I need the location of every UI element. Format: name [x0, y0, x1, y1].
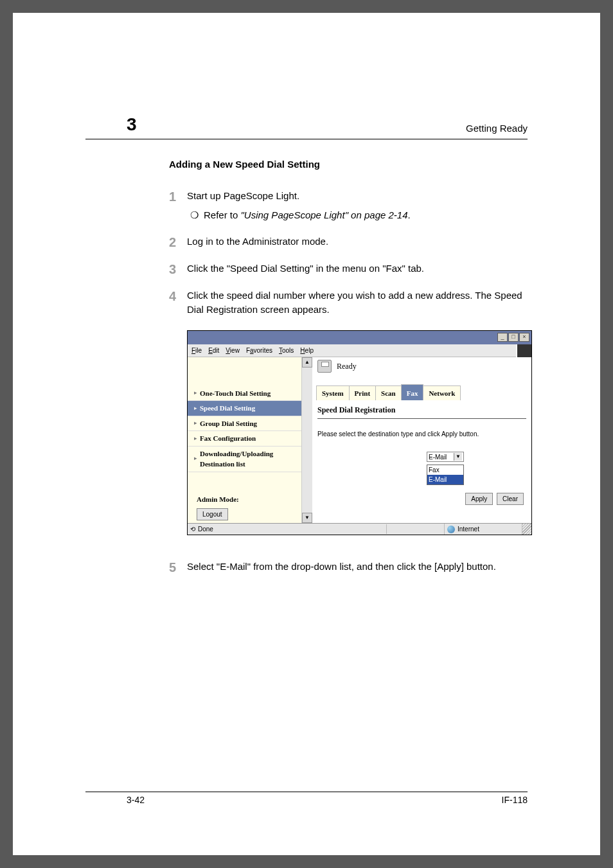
tab-fax[interactable]: Fax [401, 384, 424, 401]
sidebar-label: One-Touch Dial Setting [200, 388, 271, 399]
maximize-button[interactable]: □ [508, 333, 519, 342]
chapter-number: 3 [127, 114, 137, 136]
chevron-down-icon: ▼ [454, 453, 462, 461]
browser-menubar: File Edit View Favorites Tools Help [188, 344, 516, 357]
step-number: 5 [169, 560, 187, 575]
step-number: 4 [169, 288, 187, 317]
sidebar-item-fax-config[interactable]: ▸ Fax Configuration [188, 431, 301, 447]
content-area: Adding a New Speed Dial Setting 1 Start … [169, 157, 528, 575]
destination-type-options[interactable]: Fax E-Mail [427, 465, 464, 485]
main-panel: Ready System Print Scan Fax Network Spee… [312, 357, 531, 524]
header-title: Getting Ready [466, 123, 528, 136]
step-text: Click the "Speed Dial Setting" in the me… [187, 261, 528, 277]
admin-mode-label: Admin Mode: [197, 494, 301, 505]
sidebar-label: Downloading/Uploading Destination list [200, 448, 273, 470]
section-heading: Adding a New Speed Dial Setting [169, 157, 528, 172]
embedded-screenshot: _ □ × File Edit View Favorites Tools Hel… [187, 330, 532, 536]
menu-file[interactable]: File [191, 346, 202, 355]
arrow-icon: ▸ [194, 389, 200, 398]
logout-button[interactable]: Logout [197, 508, 228, 520]
printer-status: Ready [312, 357, 531, 375]
menu-tools[interactable]: Tools [279, 346, 294, 355]
sidebar-scrollbar[interactable]: ▲ ▼ [302, 357, 312, 524]
footer-doc-id: IF-118 [502, 795, 528, 805]
footer-page-number: 3-42 [127, 795, 145, 805]
step-text: Click the speed dial number where you wi… [187, 288, 528, 317]
step-1: 1 Start up PageScope Light. ❍ Refer to "… [169, 189, 528, 223]
step-number: 3 [169, 261, 187, 277]
arrow-icon: ▸ [194, 404, 200, 413]
panel-instruction: Please select the destination type and c… [317, 429, 526, 439]
option-fax[interactable]: Fax [427, 465, 463, 475]
menu-help[interactable]: Help [300, 346, 314, 355]
step-3: 3 Click the "Speed Dial Setting" in the … [169, 261, 528, 277]
sidebar-item-speed-dial[interactable]: ▸ Speed Dial Setting [188, 401, 301, 416]
step-number: 2 [169, 235, 187, 250]
menu-view[interactable]: View [226, 346, 240, 355]
clear-button[interactable]: Clear [497, 493, 524, 505]
status-done-text: Done [198, 524, 213, 534]
minimize-button[interactable]: _ [497, 333, 508, 342]
menu-favorites[interactable]: Favorites [246, 346, 272, 355]
header-rule [85, 139, 528, 139]
status-text: Ready [337, 360, 357, 372]
sub-prefix: Refer to [204, 209, 241, 220]
tab-system[interactable]: System [316, 385, 350, 401]
step-4: 4 Click the speed dial number where you … [169, 288, 528, 317]
arrow-icon: ▸ [194, 419, 200, 428]
tab-scan[interactable]: Scan [375, 385, 402, 401]
document-page: 3 Getting Ready Adding a New Speed Dial … [13, 13, 600, 855]
menu-edit[interactable]: Edit [208, 346, 219, 355]
status-zone: Internet [445, 524, 522, 534]
close-button[interactable]: × [519, 333, 529, 342]
scroll-up-icon[interactable]: ▲ [302, 357, 312, 368]
page-header: 3 Getting Ready [85, 114, 528, 136]
sidebar-item-one-touch[interactable]: ▸ One-Touch Dial Setting [188, 386, 301, 402]
arrow-icon: ▸ [194, 434, 200, 443]
tab-print[interactable]: Print [349, 385, 376, 401]
arrow-icon: ▸ [194, 454, 200, 463]
sidebar: ▸ One-Touch Dial Setting ▸ Speed Dial Se… [188, 357, 302, 524]
step-5: 5 Select "E-Mail" from the drop-down lis… [169, 560, 528, 575]
sidebar-item-download-upload[interactable]: ▸ Downloading/Uploading Destination list [188, 447, 301, 472]
tab-bar: System Print Scan Fax Network [312, 384, 531, 401]
browser-body: ▸ One-Touch Dial Setting ▸ Speed Dial Se… [188, 357, 531, 524]
browser-statusbar: ⟲ Done Internet [188, 523, 531, 535]
window-titlebar: _ □ × [188, 331, 531, 344]
done-icon: ⟲ [190, 524, 195, 534]
resize-grip-icon[interactable] [522, 524, 531, 535]
footer-rule [85, 792, 528, 792]
panel-title: Speed Dial Registration [317, 404, 526, 419]
step-1-text: Start up PageScope Light. [187, 190, 299, 201]
sidebar-label: Speed Dial Setting [200, 403, 255, 414]
destination-type-dropdown[interactable]: E-Mail ▼ [427, 452, 464, 462]
substep-text: Refer to "Using PageScope Light" on page… [204, 208, 411, 223]
bullet-icon: ❍ [190, 208, 199, 223]
substep: ❍ Refer to "Using PageScope Light" on pa… [190, 208, 528, 223]
step-2: 2 Log in to the Administrator mode. [169, 235, 528, 250]
status-left: ⟲ Done [188, 524, 387, 534]
panel-button-row: Apply Clear [317, 493, 526, 505]
zone-text: Internet [458, 524, 479, 534]
globe-icon [447, 526, 455, 533]
panel-body: Speed Dial Registration Please select th… [312, 400, 531, 511]
printer-icon [317, 360, 332, 373]
step-text: Select "E-Mail" from the drop-down list,… [187, 560, 528, 575]
tab-network[interactable]: Network [423, 385, 461, 401]
dropdown-value: E-Mail [429, 452, 447, 462]
sub-suffix: . [408, 209, 411, 220]
sidebar-label: Fax Configuration [200, 433, 256, 444]
status-mid [387, 524, 445, 535]
sidebar-label: Group Dial Setting [200, 418, 257, 429]
sidebar-item-group-dial[interactable]: ▸ Group Dial Setting [188, 416, 301, 432]
page-footer: 3-42 IF-118 [85, 786, 528, 805]
apply-button[interactable]: Apply [465, 493, 493, 505]
browser-throbber-icon [517, 344, 531, 357]
step-text: Start up PageScope Light. ❍ Refer to "Us… [187, 189, 528, 223]
step-number: 1 [169, 189, 187, 223]
sub-italic-ref: "Using PageScope Light" on page 2-14 [241, 209, 408, 220]
scroll-down-icon[interactable]: ▼ [302, 513, 312, 523]
option-email[interactable]: E-Mail [427, 475, 463, 484]
step-text: Log in to the Administrator mode. [187, 235, 528, 250]
